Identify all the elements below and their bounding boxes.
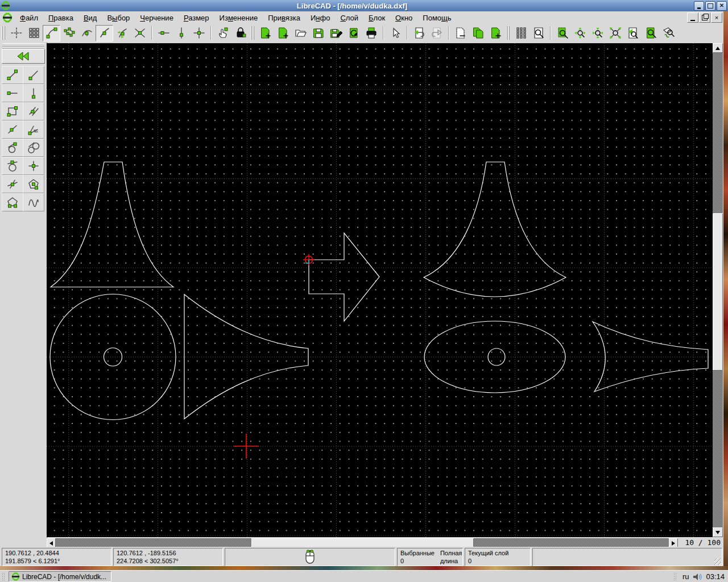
toolbar-handle[interactable] (251, 26, 254, 40)
volume-icon[interactable] (692, 572, 702, 581)
relative-coordinates-panel: 120.7612 , -189.5156 224.7208 < 302.5057… (113, 548, 223, 566)
snap-grid-button[interactable] (25, 25, 43, 41)
zoom-previous-button[interactable] (624, 25, 642, 41)
mdi-minimize-button[interactable] (687, 13, 698, 23)
tool-line-parallel-through-point[interactable] (23, 102, 44, 120)
save-as-button[interactable] (327, 25, 345, 41)
print-preview-button[interactable] (345, 25, 362, 41)
line-tangent-two-circles-icon (27, 142, 40, 154)
lock-relative-zero-button[interactable] (231, 25, 249, 41)
menu-item-9[interactable]: Инфо (305, 13, 335, 23)
minimize-button[interactable] (694, 1, 704, 11)
keyboard-layout-indicator[interactable]: ru (682, 572, 689, 581)
mdi-close-button[interactable]: × (711, 13, 722, 23)
snap-free-button[interactable] (7, 25, 25, 41)
new-window-button[interactable] (274, 25, 292, 41)
redo-button[interactable] (428, 25, 445, 41)
resize-grip[interactable] (714, 558, 721, 565)
scroll-down-button[interactable] (713, 527, 723, 537)
save-button[interactable] (309, 25, 327, 41)
tools-back-button[interactable] (2, 49, 45, 64)
tool-polygon-center-corner[interactable] (23, 175, 44, 193)
zoom-in-button[interactable] (571, 25, 589, 41)
tool-line-vertical[interactable] (23, 84, 44, 102)
menu-item-1[interactable]: Файл (15, 13, 43, 23)
tool-line-relative-angle[interactable] (2, 175, 23, 193)
snap-on-entity-button[interactable] (60, 25, 78, 41)
menu-item-4[interactable]: Выбор (102, 13, 135, 23)
maximize-button[interactable] (705, 1, 715, 11)
tool-line-parallel[interactable] (2, 120, 23, 139)
bell-front-right[interactable] (424, 162, 566, 297)
tool-line-freehand[interactable] (23, 193, 44, 211)
snap-middle-button[interactable] (96, 25, 113, 41)
drawing-canvas[interactable] (47, 43, 713, 537)
horn-side-right[interactable] (593, 322, 708, 392)
undo-button[interactable] (410, 25, 428, 41)
snap-center-button[interactable] (78, 25, 96, 41)
zoom-out-button[interactable] (589, 25, 606, 41)
menu-item-10[interactable]: Слой (335, 13, 363, 23)
snap-middle-icon (98, 27, 111, 39)
zoom-button[interactable] (530, 25, 547, 41)
toolbar-handle[interactable] (506, 26, 510, 40)
menu-item-6[interactable]: Размер (179, 13, 214, 23)
snap-distance-button[interactable] (113, 25, 131, 41)
menu-item-12[interactable]: Окно (390, 13, 417, 23)
tray-handle[interactable] (673, 572, 677, 581)
paste-button[interactable] (487, 25, 504, 41)
tool-polygon-two-corners[interactable] (2, 193, 23, 211)
zoom-page-button[interactable] (642, 25, 659, 41)
block-arrow-right[interactable] (309, 233, 379, 321)
title-bar[interactable]: LibreCAD - [/home/v/dudka.dxf] ✕ (0, 0, 728, 11)
vertical-scrollbar[interactable] (713, 43, 723, 537)
restrict-horizontal-button[interactable] (155, 25, 172, 41)
tool-line-orthogonal[interactable] (23, 157, 44, 175)
restrict-horizontal-icon (158, 27, 170, 39)
taskbar-window-button[interactable]: LibreCAD - [/home/v/dudk... (9, 571, 111, 582)
horn-side-left[interactable] (184, 294, 308, 419)
copy-button[interactable] (469, 25, 487, 41)
menu-item-11[interactable]: Блок (363, 13, 390, 23)
tool-line-bisector[interactable] (23, 120, 44, 139)
line-freehand-icon (27, 196, 40, 209)
polygon-two-corners-icon (6, 196, 19, 209)
close-button[interactable]: ✕ (717, 1, 727, 11)
open-button[interactable] (292, 25, 309, 41)
vertical-scroll-thumb[interactable] (713, 213, 723, 371)
menu-item-8[interactable]: Привязка (263, 13, 305, 23)
tool-rectangle[interactable] (2, 102, 23, 120)
grid-toggle-button[interactable] (512, 25, 530, 41)
taskbar-handle[interactable] (2, 572, 6, 581)
copy-icon (472, 27, 485, 39)
mdi-restore-button[interactable] (699, 13, 710, 23)
scroll-up-button[interactable] (713, 43, 723, 53)
redraw-button[interactable] (659, 25, 677, 41)
menu-item-5[interactable]: Черчение (135, 13, 179, 23)
tool-line-horizontal[interactable] (2, 84, 23, 102)
menu-item-3[interactable]: Вид (78, 13, 102, 23)
snap-endpoint-button[interactable] (43, 25, 60, 41)
print-button[interactable] (362, 25, 380, 41)
menu-item-2[interactable]: Правка (43, 13, 78, 23)
tool-line-tangent-point-circle[interactable] (2, 139, 23, 157)
snap-intersection-button[interactable] (131, 25, 148, 41)
menu-item-13[interactable]: Помощь (417, 13, 456, 23)
tool-line-two-points[interactable] (2, 66, 23, 84)
clock[interactable]: 03:14 (706, 572, 725, 581)
toolbar-handle[interactable] (2, 26, 5, 40)
bell-front-left[interactable] (51, 162, 173, 287)
set-relative-zero-button[interactable] (214, 25, 231, 41)
auto-zoom-button[interactable] (606, 25, 624, 41)
restrict-vertical-button[interactable] (172, 25, 190, 41)
dock-drag-handle[interactable] (2, 43, 44, 47)
tool-line-angle[interactable] (23, 66, 44, 84)
restrict-orthogonal-button[interactable] (190, 25, 208, 41)
tool-line-tangent-two-circles[interactable] (23, 139, 44, 157)
new-drawing-button[interactable] (257, 25, 274, 41)
menu-item-7[interactable]: Изменение (214, 13, 263, 23)
cut-button[interactable] (452, 25, 469, 41)
tool-line-tangent-orthogonal[interactable] (2, 157, 23, 175)
pointer-button[interactable] (386, 25, 404, 41)
zoom-window-button[interactable] (553, 25, 571, 41)
